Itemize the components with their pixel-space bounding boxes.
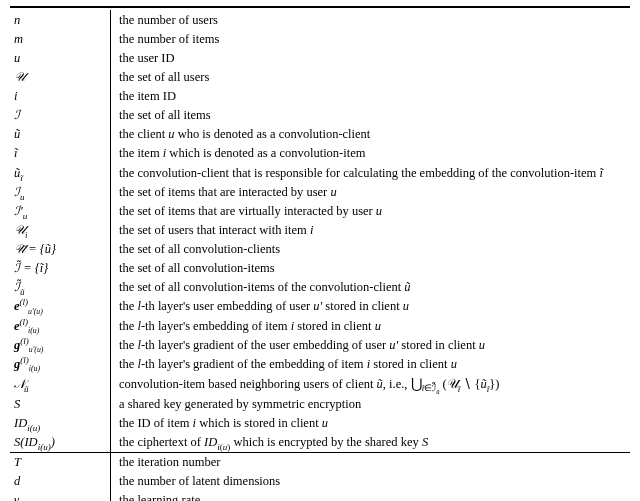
description-cell: the set of all items (111, 106, 631, 125)
table-row: ℐthe set of all items (10, 106, 630, 125)
description-cell: the user ID (111, 48, 631, 67)
description-cell: convolution-item based neighboring users… (111, 373, 631, 394)
symbol-cell: d (10, 472, 111, 491)
table-row: ℐ̃ = {ĩ}the set of all convolution-items (10, 259, 630, 278)
table-row: ℐ′uthe set of items that are virtually i… (10, 201, 630, 220)
description-cell: the item i which is denoted as a convolu… (111, 144, 631, 163)
table-row: Sa shared key generated by symmetric enc… (10, 394, 630, 413)
symbol-cell: ℐ̃ũ (10, 278, 111, 297)
description-cell: the set of all convolution-clients (111, 240, 631, 259)
description-cell: the client u who is denoted as a convolu… (111, 125, 631, 144)
table-row: dthe number of latent dimensions (10, 472, 630, 491)
description-cell: the iteration number (111, 453, 631, 472)
symbol-cell: S (10, 394, 111, 413)
description-cell: the l-th layer's gradient of the user em… (111, 335, 631, 354)
symbol-cell: ℐ̃ = {ĩ} (10, 259, 111, 278)
symbol-cell: g(l)u′(u) (10, 335, 111, 354)
notation-table: nthe number of usersmthe number of items… (10, 6, 630, 501)
table-row: 𝒰the set of all users (10, 67, 630, 86)
table-row: ĩthe item i which is denoted as a convol… (10, 144, 630, 163)
table-row: 𝒰̃ = {ũ}the set of all convolution-clien… (10, 240, 630, 259)
table-row: nthe number of users (10, 10, 630, 29)
symbol-cell: S(IDi(u)) (10, 433, 111, 453)
table-row: ũĩthe convolution-client that is respons… (10, 163, 630, 182)
description-cell: the ID of item i which is stored in clie… (111, 413, 631, 432)
description-cell: the number of users (111, 10, 631, 29)
description-cell: the ciphertext of IDi(u) which is encryp… (111, 433, 631, 453)
table-row: g(l)u′(u)the l-th layer's gradient of th… (10, 335, 630, 354)
table-row: e(l)u′(u)the l-th layer's user embedding… (10, 297, 630, 316)
description-cell: the l-th layer's gradient of the embeddi… (111, 354, 631, 373)
description-cell: the set of all users (111, 67, 631, 86)
table-row: e(l)i(u)the l-th layer's embedding of it… (10, 316, 630, 335)
description-cell: the l-th layer's embedding of item i sto… (111, 316, 631, 335)
symbol-cell: g(l)i(u) (10, 354, 111, 373)
table-row: ũthe client u who is denoted as a convol… (10, 125, 630, 144)
table-row: ℐ̃ũthe set of all convolution-items of t… (10, 278, 630, 297)
description-cell: the number of latent dimensions (111, 472, 631, 491)
description-cell: the set of all convolution-items (111, 259, 631, 278)
symbol-cell: n (10, 10, 111, 29)
symbol-cell: e(l)i(u) (10, 316, 111, 335)
description-cell: the set of users that interact with item… (111, 220, 631, 239)
symbol-cell: 𝒩ũ (10, 373, 111, 394)
description-cell: the set of all convolution-items of the … (111, 278, 631, 297)
table-row: ℐuthe set of items that are interacted b… (10, 182, 630, 201)
symbol-cell: u (10, 48, 111, 67)
table-row: ithe item ID (10, 87, 630, 106)
symbol-cell: i (10, 87, 111, 106)
symbol-cell: 𝒰 (10, 67, 111, 86)
symbol-cell: e(l)u′(u) (10, 297, 111, 316)
table-row: mthe number of items (10, 29, 630, 48)
symbol-cell: ℐ (10, 106, 111, 125)
table-row: Tthe iteration number (10, 453, 630, 472)
description-cell: the number of items (111, 29, 631, 48)
symbol-cell: ũĩ (10, 163, 111, 182)
symbol-cell: γ (10, 491, 111, 501)
description-cell: the set of items that are interacted by … (111, 182, 631, 201)
table-row: S(IDi(u))the ciphertext of IDi(u) which … (10, 433, 630, 453)
description-cell: the convolution-client that is responsib… (111, 163, 631, 182)
symbol-cell: 𝒰̃ = {ũ} (10, 240, 111, 259)
symbol-cell: 𝒰i (10, 220, 111, 239)
description-cell: the item ID (111, 87, 631, 106)
symbol-cell: m (10, 29, 111, 48)
table-row: γthe learning rate (10, 491, 630, 501)
table-row: IDi(u)the ID of item i which is stored i… (10, 413, 630, 432)
description-cell: the set of items that are virtually inte… (111, 201, 631, 220)
description-cell: the learning rate (111, 491, 631, 501)
symbol-cell: T (10, 453, 111, 472)
symbol-cell: ℐ′u (10, 201, 111, 220)
symbol-cell: ℐu (10, 182, 111, 201)
symbol-cell: ũ (10, 125, 111, 144)
table-row: 𝒩ũconvolution-item based neighboring use… (10, 373, 630, 394)
table-row: g(l)i(u)the l-th layer's gradient of the… (10, 354, 630, 373)
description-cell: the l-th layer's user embedding of user … (111, 297, 631, 316)
table-row: 𝒰ithe set of users that interact with it… (10, 220, 630, 239)
description-cell: a shared key generated by symmetric encr… (111, 394, 631, 413)
table-row: uthe user ID (10, 48, 630, 67)
symbol-cell: ĩ (10, 144, 111, 163)
symbol-cell: IDi(u) (10, 413, 111, 432)
